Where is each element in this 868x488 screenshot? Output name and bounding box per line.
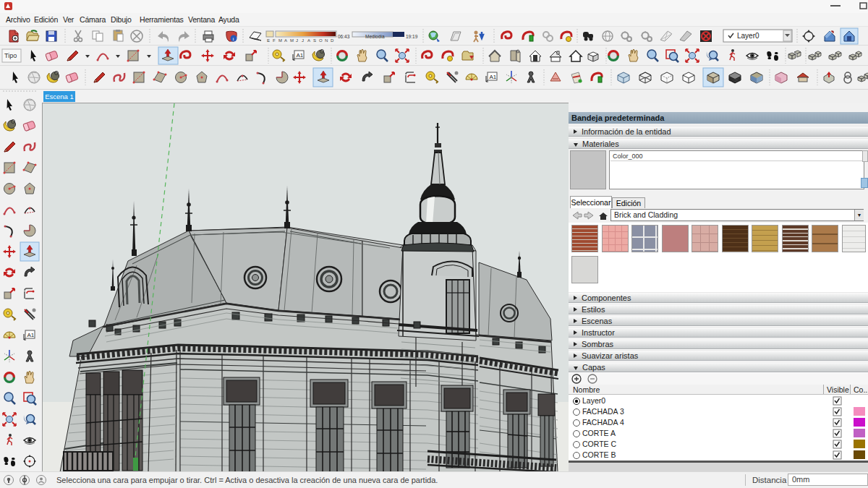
svg-text:S: S (313, 38, 316, 43)
svg-text:M: M (278, 38, 282, 43)
svg-text:M: M (290, 38, 294, 43)
svg-text:D: D (331, 38, 334, 43)
svg-text:A: A (307, 38, 310, 43)
svg-text:J: J (296, 38, 298, 43)
svg-text:19:19: 19:19 (406, 34, 418, 39)
svg-text:A: A (284, 38, 287, 43)
svg-text:Mediodía: Mediodía (365, 34, 385, 39)
svg-text:06:43: 06:43 (338, 34, 350, 39)
svg-text:F: F (273, 38, 276, 43)
svg-text:J: J (302, 38, 304, 43)
svg-text:N: N (325, 38, 328, 43)
svg-text:Tipo: Tipo (4, 52, 17, 59)
svg-text:E: E (267, 38, 270, 43)
svg-text:O: O (319, 38, 323, 43)
svg-text:Layer0: Layer0 (737, 32, 760, 40)
